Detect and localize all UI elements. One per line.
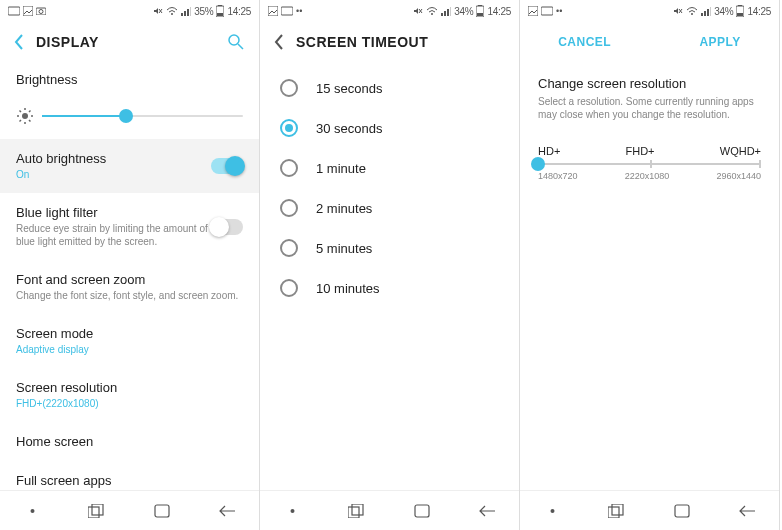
font-zoom-row[interactable]: Font and screen zoomChange the font size… bbox=[0, 260, 259, 314]
svg-rect-9 bbox=[187, 9, 189, 16]
wifi-icon bbox=[166, 7, 178, 16]
resolution-slider[interactable] bbox=[538, 163, 761, 165]
nav-menu-icon[interactable] bbox=[272, 503, 312, 519]
svg-rect-39 bbox=[478, 5, 482, 6]
status-bar: •• 34% 14:25 bbox=[260, 0, 519, 22]
app-bar: DISPLAY bbox=[0, 22, 259, 62]
svg-rect-35 bbox=[444, 11, 446, 16]
svg-rect-7 bbox=[181, 13, 183, 16]
panorama-icon bbox=[541, 6, 553, 16]
svg-line-23 bbox=[20, 120, 22, 122]
nav-recents-icon[interactable] bbox=[77, 504, 117, 518]
clock: 14:25 bbox=[487, 6, 511, 17]
nav-back-icon[interactable] bbox=[467, 505, 507, 517]
home-screen-row[interactable]: Home screen bbox=[0, 422, 259, 461]
svg-rect-0 bbox=[8, 7, 20, 15]
timeout-option[interactable]: 2 minutes bbox=[260, 188, 519, 228]
svg-line-24 bbox=[29, 111, 31, 113]
resolution-labels: HD+ FHD+ WQHD+ bbox=[538, 145, 761, 157]
nav-home-icon[interactable] bbox=[142, 504, 182, 518]
full-screen-apps-row[interactable]: Full screen appsChoose which apps you wa… bbox=[0, 461, 259, 490]
panorama-icon bbox=[8, 6, 20, 16]
timeout-option[interactable]: 10 minutes bbox=[260, 268, 519, 308]
svg-rect-34 bbox=[441, 13, 443, 16]
svg-point-57 bbox=[550, 509, 554, 513]
screen-mode-row[interactable]: Screen modeAdaptive display bbox=[0, 314, 259, 368]
brightness-slider[interactable] bbox=[0, 99, 259, 139]
blue-light-toggle[interactable] bbox=[211, 219, 243, 235]
back-icon[interactable] bbox=[14, 34, 24, 50]
battery-pct: 34% bbox=[454, 6, 473, 17]
status-bar: 35% 14:25 bbox=[0, 0, 259, 22]
nav-bar bbox=[260, 490, 519, 530]
svg-rect-60 bbox=[675, 505, 689, 517]
svg-point-16 bbox=[22, 113, 28, 119]
svg-point-3 bbox=[39, 10, 43, 14]
svg-rect-26 bbox=[88, 507, 99, 518]
auto-brightness-row[interactable]: Auto brightnessOn bbox=[0, 139, 259, 193]
apply-button[interactable]: APPLY bbox=[699, 35, 740, 49]
svg-rect-46 bbox=[541, 7, 553, 15]
page-title: SCREEN TIMEOUT bbox=[296, 34, 428, 50]
app-bar: CANCEL APPLY bbox=[520, 22, 779, 62]
svg-point-25 bbox=[30, 509, 34, 513]
camera-icon bbox=[36, 7, 46, 15]
svg-rect-50 bbox=[701, 13, 703, 16]
mute-icon bbox=[413, 6, 423, 16]
nav-menu-icon[interactable] bbox=[532, 503, 572, 519]
timeout-option[interactable]: 30 seconds bbox=[260, 108, 519, 148]
svg-rect-12 bbox=[218, 5, 222, 6]
radio-label: 30 seconds bbox=[316, 121, 383, 136]
svg-rect-43 bbox=[352, 504, 363, 515]
radio-icon bbox=[280, 119, 298, 137]
timeout-option[interactable]: 1 minute bbox=[260, 148, 519, 188]
resolution-sub: Select a resolution. Some currently runn… bbox=[538, 95, 761, 121]
nav-recents-icon[interactable] bbox=[597, 504, 637, 518]
svg-rect-58 bbox=[608, 507, 619, 518]
nav-bar bbox=[0, 490, 259, 530]
wifi-icon bbox=[686, 7, 698, 16]
svg-rect-56 bbox=[737, 13, 743, 16]
signal-icon bbox=[441, 7, 451, 16]
radio-label: 2 minutes bbox=[316, 201, 372, 216]
radio-icon bbox=[280, 239, 298, 257]
nav-bar bbox=[520, 490, 779, 530]
resolution-values: 1480x720 2220x1080 2960x1440 bbox=[538, 171, 761, 181]
timeout-options: 15 seconds30 seconds1 minute2 minutes5 m… bbox=[260, 62, 519, 308]
svg-point-33 bbox=[431, 13, 433, 15]
nav-back-icon[interactable] bbox=[727, 505, 767, 517]
svg-line-15 bbox=[238, 44, 243, 49]
back-icon[interactable] bbox=[274, 34, 284, 50]
svg-rect-44 bbox=[415, 505, 429, 517]
cancel-button[interactable]: CANCEL bbox=[558, 35, 611, 49]
timeout-option[interactable]: 5 minutes bbox=[260, 228, 519, 268]
nav-home-icon[interactable] bbox=[402, 504, 442, 518]
screen-resolution-row[interactable]: Screen resolutionFHD+(2220x1080) bbox=[0, 368, 259, 422]
clock: 14:25 bbox=[227, 6, 251, 17]
more-icon: •• bbox=[296, 6, 302, 16]
svg-rect-53 bbox=[710, 7, 711, 16]
resolution-title: Change screen resolution bbox=[538, 76, 761, 91]
svg-line-22 bbox=[29, 120, 31, 122]
nav-menu-icon[interactable] bbox=[12, 503, 52, 519]
auto-brightness-toggle[interactable] bbox=[211, 158, 243, 174]
signal-icon bbox=[701, 7, 711, 16]
radio-icon bbox=[280, 159, 298, 177]
nav-recents-icon[interactable] bbox=[337, 504, 377, 518]
clock: 14:25 bbox=[747, 6, 771, 17]
display-settings-screen: 35% 14:25 DISPLAY Brightness Auto bright… bbox=[0, 0, 260, 530]
radio-icon bbox=[280, 79, 298, 97]
nav-home-icon[interactable] bbox=[662, 504, 702, 518]
nav-back-icon[interactable] bbox=[207, 505, 247, 517]
svg-rect-59 bbox=[612, 504, 623, 515]
battery-pct: 34% bbox=[714, 6, 733, 17]
blue-light-row[interactable]: Blue light filterReduce eye strain by li… bbox=[0, 193, 259, 260]
svg-rect-36 bbox=[447, 9, 449, 16]
image-icon bbox=[528, 6, 538, 16]
timeout-option[interactable]: 15 seconds bbox=[260, 68, 519, 108]
svg-line-21 bbox=[20, 111, 22, 113]
radio-icon bbox=[280, 199, 298, 217]
search-icon[interactable] bbox=[227, 33, 245, 51]
svg-rect-8 bbox=[184, 11, 186, 16]
svg-rect-52 bbox=[707, 9, 709, 16]
